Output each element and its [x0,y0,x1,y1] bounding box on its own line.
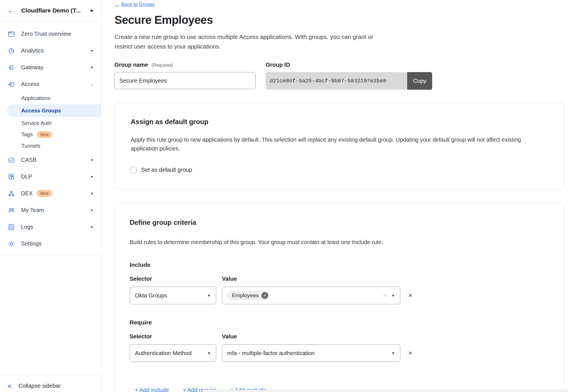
sidebar-header: ← Cloudflare Demo (T... ▶ [0,0,101,21]
page-description: Create a new rule group to use across mu… [115,32,389,51]
collapse-chevrons-icon: « [7,382,12,390]
sidebar-item-label: My Team [21,207,44,213]
sidebar-item-label: DLP [21,173,32,180]
page-title: Secure Employees [115,14,564,26]
chevron-down-icon: ▼ [207,351,211,355]
back-arrow-icon[interactable]: ← [7,7,15,14]
sidebar-item-dlp[interactable]: DLP ▼ [0,168,101,185]
require-value-dropdown[interactable]: mfa - multiple-factor authentication ▼ [222,344,400,362]
group-identity-row: Group name (Required) Group ID d21ce80f-… [115,62,564,90]
sidebar-item-zero-trust-overview[interactable]: Zero Trust overview [0,26,101,42]
collapse-sidebar-label: Collapse sidebar [18,383,61,389]
sidebar-item-access[interactable]: Access ▲ [0,76,101,93]
arrow-left-icon: ← [115,2,119,7]
sidebar-item-label: Tags [21,131,33,138]
sidebar-item-my-team[interactable]: My Team ▼ [0,202,101,219]
include-value-multiselect[interactable]: Employees ✕ ✕ ▼ [222,287,400,304]
chevron-down-icon: ▼ [391,294,395,298]
sidebar-nav: Zero Trust overview Analytics ▼ Gateway … [0,21,101,375]
sidebar-item-label: Service Auth [21,120,52,126]
criteria-card: Define group criteria Build rules to det… [115,204,564,392]
default-group-checkbox[interactable] [131,167,137,173]
default-group-card-title: Assign as default group [131,118,548,126]
sidebar-item-label: DEX [21,190,33,197]
sidebar-item-tunnels[interactable]: Tunnels [0,140,101,152]
collapse-sidebar-button[interactable]: « Collapse sidebar [0,375,101,392]
sidebar-item-label: Access [21,81,39,87]
back-to-groups-link[interactable]: ← Back to Groups [115,2,155,7]
include-rule-row: Okta Groups ▼ Employees ✕ ✕ ▼ ✕ [130,287,548,304]
include-selector-dropdown[interactable]: Okta Groups ▼ [130,287,216,304]
sidebar-item-label: Zero Trust overview [21,31,71,37]
chevron-down-icon: ▼ [90,49,93,53]
chevron-down-icon: ▼ [207,294,211,298]
chevron-down-icon: ▼ [90,208,93,212]
group-id-value: d21ce80f-5a25-4bcf-9b07-5032197e3be8 [266,72,407,90]
criteria-card-description: Build rules to determine membership of t… [130,238,536,247]
main-content: ← Back to Groups Secure Employees Create… [101,0,568,392]
group-name-input[interactable] [115,72,256,89]
group-id-label: Group ID [266,62,432,68]
add-include-link[interactable]: + Add include [135,387,169,392]
chevron-up-icon: ▲ [90,82,93,86]
gateway-icon [7,64,15,71]
chevron-down-icon: ▼ [90,66,93,70]
chevron-down-icon: ▼ [90,225,93,229]
sidebar-item-casb[interactable]: CASB ▼ [0,152,101,168]
sidebar-item-applications[interactable]: Applications [0,93,101,104]
sidebar-item-access-groups[interactable]: Access Groups [7,104,101,117]
clear-values-icon[interactable]: ✕ [383,293,387,299]
criteria-card-title: Define group criteria [130,219,548,227]
sidebar-item-tags[interactable]: Tags Beta [0,129,101,140]
account-switcher-caret-icon[interactable]: ▶ [91,8,93,12]
default-group-card: Assign as default group Apply this rule … [115,103,564,189]
window-icon [7,30,15,38]
app-root: ← Cloudflare Demo (T... ▶ Zero Trust ove… [0,0,568,392]
login-icon [7,81,15,88]
casb-icon [7,156,15,164]
include-selector-label: Selector [130,276,216,282]
delete-require-rule-icon[interactable]: ✕ [408,350,412,356]
chevron-down-icon: ▼ [90,158,93,162]
beta-badge: Beta [37,190,52,197]
gear-icon [7,240,15,248]
sidebar-item-label: Analytics [21,47,44,54]
require-selector-label: Selector [130,333,216,340]
sidebar-item-analytics[interactable]: Analytics ▼ [0,42,101,59]
value-tag: Employees ✕ [227,291,270,300]
sidebar: ← Cloudflare Demo (T... ▶ Zero Trust ove… [0,0,101,392]
copy-button[interactable]: Copy [407,72,432,90]
team-icon [7,207,15,214]
sidebar-item-label: Gateway [21,64,43,71]
require-rule-row: Authentication Method ▼ mfa - multiple-f… [130,344,548,362]
chevron-down-icon: ▼ [90,175,93,179]
sidebar-item-label: Tunnels [21,143,40,149]
default-group-checkbox-label: Set as default group [141,167,192,173]
bottom-edge-strip [202,390,568,392]
include-section-label: Include [130,261,548,268]
beta-badge: Beta [37,131,52,138]
sidebar-item-gateway[interactable]: Gateway ▼ [0,59,101,76]
include-value-label: Value [222,276,237,282]
sidebar-item-logs[interactable]: Logs ▼ [0,219,101,235]
sidebar-item-label: CASB [21,157,36,163]
require-section-label: Require [130,319,548,326]
sidebar-item-service-auth[interactable]: Service Auth [0,118,101,129]
default-group-card-description: Apply this rule group to new application… [131,135,537,153]
sidebar-divider [0,255,101,256]
sidebar-item-settings[interactable]: Settings [0,235,101,252]
remove-tag-icon[interactable]: ✕ [261,292,268,299]
group-name-label: Group name [115,62,148,68]
sidebar-item-dex[interactable]: DEX Beta ▼ [0,185,101,202]
account-title: Cloudflare Demo (T... [21,7,81,14]
chevron-down-icon: ▼ [90,192,93,196]
sidebar-item-label: Logs [21,224,33,230]
require-value-label: Value [222,333,237,340]
pie-chart-icon [7,47,15,54]
delete-include-rule-icon[interactable]: ✕ [408,293,412,299]
logs-icon [7,223,15,231]
required-hint: (Required) [151,63,173,68]
sidebar-item-label: Settings [21,240,41,247]
require-selector-dropdown[interactable]: Authentication Method ▼ [130,344,216,362]
chevron-down-icon: ▼ [391,351,395,355]
